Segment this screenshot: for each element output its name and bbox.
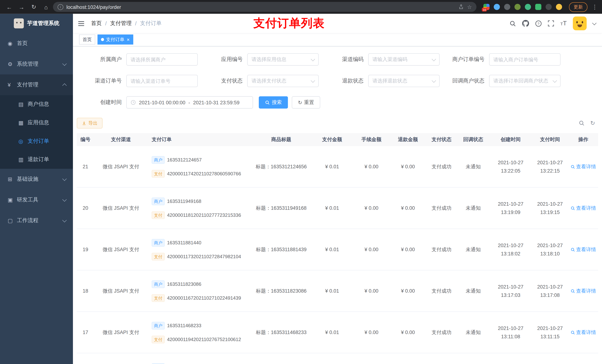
sidebar-item-refund-order[interactable]: ▥ 退款订单 xyxy=(0,150,73,169)
cell-action: 查看详情 xyxy=(568,329,598,336)
chevron-down-icon xyxy=(311,57,315,61)
extension-dark-icon[interactable] xyxy=(504,4,510,10)
pay-badge: 支付 xyxy=(152,170,165,177)
close-icon[interactable]: × xyxy=(127,37,129,42)
fullscreen-icon[interactable] xyxy=(548,20,554,26)
cell-fee: ¥ 0.00 xyxy=(353,247,390,252)
site-info-icon[interactable]: i xyxy=(58,4,63,10)
extension-avatar-icon[interactable] xyxy=(556,4,562,10)
extensions-row: 10 xyxy=(483,4,562,10)
cell-channel: 微信 JSAPI 支付 xyxy=(94,163,148,170)
view-detail-link[interactable]: 查看详情 xyxy=(570,205,596,211)
view-detail-link[interactable]: 查看详情 xyxy=(570,287,596,294)
channel-order-no-input[interactable] xyxy=(126,75,198,87)
merchant-badge: 商户 xyxy=(152,322,165,329)
chrome-menu-icon[interactable]: ⋮ xyxy=(591,3,598,10)
cell-fee: ¥ 0.00 xyxy=(353,164,390,170)
home-icon[interactable]: ⌂ xyxy=(41,4,52,10)
cell-refund: ¥ 0.00 xyxy=(390,330,426,335)
search-toggle-icon[interactable] xyxy=(579,120,585,126)
chrome-update-button[interactable]: 更新 xyxy=(569,2,588,12)
search-icon[interactable] xyxy=(510,20,516,27)
column-header: 回调状态 xyxy=(457,136,489,143)
table-tools: ↻ xyxy=(579,120,598,126)
extension-green-icon[interactable] xyxy=(515,4,521,10)
table-row: 21 微信 JSAPI 支付 商户 1635312124657 支付 42000… xyxy=(77,146,598,187)
breadcrumb-payment[interactable]: 支付管理 xyxy=(110,20,132,27)
extension-grid-icon[interactable]: 10 xyxy=(483,4,489,10)
refund-status-select[interactable]: 请选择退款状态 xyxy=(368,75,440,87)
tab-home[interactable]: 首页 xyxy=(79,35,95,45)
view-detail-link[interactable]: 查看详情 xyxy=(570,246,596,253)
extension-chat-icon[interactable] xyxy=(535,4,541,10)
help-icon[interactable]: ? xyxy=(535,20,542,27)
refresh-table-icon[interactable]: ↻ xyxy=(590,120,595,126)
user-avatar[interactable] xyxy=(573,16,587,30)
tab-pay-order[interactable]: 支付订单 × xyxy=(97,35,133,45)
filter-merchant-order-no: 商户订单编号 xyxy=(440,53,560,65)
sidebar-item-dev-tools[interactable]: ▣ 研发工具 xyxy=(0,190,73,210)
export-button[interactable]: 导出 xyxy=(77,118,103,129)
magnifier-icon xyxy=(570,165,575,169)
filter-refund-status: 退款状态 请选择退款状态 xyxy=(319,75,440,87)
sidebar-item-infra[interactable]: ⊞ 基础设施 xyxy=(0,169,73,190)
share-icon[interactable] xyxy=(459,4,464,10)
extension-pin-icon[interactable] xyxy=(546,4,552,10)
cell-notify-status: 未通知 xyxy=(457,246,489,253)
cell-channel: 微信 JSAPI 支付 xyxy=(94,246,148,253)
date-end: 2021-10-31 23:59:59 xyxy=(193,100,239,105)
view-detail-link[interactable]: 查看详情 xyxy=(570,163,596,170)
column-header: 支付订单 xyxy=(148,136,251,143)
table-body: 21 微信 JSAPI 支付 商户 1635312124657 支付 42000… xyxy=(77,146,598,364)
cell-create-time: 2021-10-27 13:18:02 xyxy=(489,241,532,258)
forward-icon[interactable]: → xyxy=(16,4,27,10)
column-header: 手续金额 xyxy=(353,136,390,143)
channel-code-select[interactable]: 请输入渠道编码 xyxy=(368,53,440,65)
bookmark-star-icon[interactable]: ☆ xyxy=(467,4,472,10)
sidebar-item-system[interactable]: ⚙ 系统管理 xyxy=(0,54,73,74)
back-icon[interactable]: ← xyxy=(4,4,15,10)
filter-label: 商户订单编号 xyxy=(440,56,489,63)
hamburger-icon[interactable] xyxy=(77,20,85,27)
cell-pay-time: 2021-10-27 13:22:15 xyxy=(532,158,568,175)
sidebar-item-workflow[interactable]: ▢ 工作流程 xyxy=(0,210,73,231)
extension-drop-icon[interactable] xyxy=(494,4,500,10)
address-bar[interactable]: i localhost:1024/pay/order ☆ xyxy=(53,2,476,12)
chevron-up-icon xyxy=(62,83,67,87)
cell-id: 18 xyxy=(77,288,94,294)
date-separator: - xyxy=(188,100,190,105)
merchant-badge: 商户 xyxy=(152,280,165,288)
column-header: 商品标题 xyxy=(251,136,311,143)
github-icon[interactable] xyxy=(522,20,529,27)
sidebar: 芋道管理系统 ◉ 首页 ⚙ 系统管理 ¥ 支付管理 ▤ 商户信息 ▦ xyxy=(0,14,73,364)
magnifier-icon xyxy=(570,206,575,210)
sidebar-item-app-info[interactable]: ▦ 应用信息 xyxy=(0,114,73,132)
infra-icon: ⊞ xyxy=(8,176,17,182)
tool-icon: ▣ xyxy=(8,197,17,203)
sidebar-item-home[interactable]: ◉ 首页 xyxy=(0,33,73,54)
filter-row-2: 渠道订单号 支付状态 请选择支付状态 退款状态 请选择退款状态 xyxy=(77,75,598,87)
cell-id: 19 xyxy=(77,247,94,252)
sidebar-item-pay-order[interactable]: ◎ 支付订单 xyxy=(0,132,73,150)
chevron-down-icon xyxy=(62,197,67,201)
date-range-input[interactable]: 2021-10-01 00:00:00 - 2021-10-31 23:59:5… xyxy=(126,96,253,109)
merchant-order-no: 1635311881440 xyxy=(167,240,201,245)
merchant-input[interactable] xyxy=(126,53,198,65)
reload-icon[interactable]: ↻ xyxy=(28,3,39,10)
callback-status-select[interactable]: 请选择订单回调商户状态 xyxy=(489,75,560,87)
sidebar-item-merchant-info[interactable]: ▤ 商户信息 xyxy=(0,95,73,114)
chevron-down-icon xyxy=(62,218,67,222)
extension-vue-icon[interactable] xyxy=(525,4,531,10)
merchant-order-no-input[interactable] xyxy=(489,53,560,65)
logo-image xyxy=(14,19,24,29)
flow-icon: ▢ xyxy=(8,218,17,224)
font-size-icon[interactable]: TT xyxy=(560,20,567,27)
reset-button[interactable]: ↻ 重置 xyxy=(292,96,320,109)
pay-status-select[interactable]: 请选择支付状态 xyxy=(247,75,319,87)
sidebar-item-payment[interactable]: ¥ 支付管理 xyxy=(0,74,73,95)
view-detail-link[interactable]: 查看详情 xyxy=(570,329,596,336)
search-button[interactable]: 搜索 xyxy=(259,96,288,109)
caret-down-icon[interactable] xyxy=(592,21,596,25)
breadcrumb-home[interactable]: 首页 xyxy=(91,20,102,27)
app-select[interactable]: 请选择应用信息 xyxy=(247,53,319,65)
